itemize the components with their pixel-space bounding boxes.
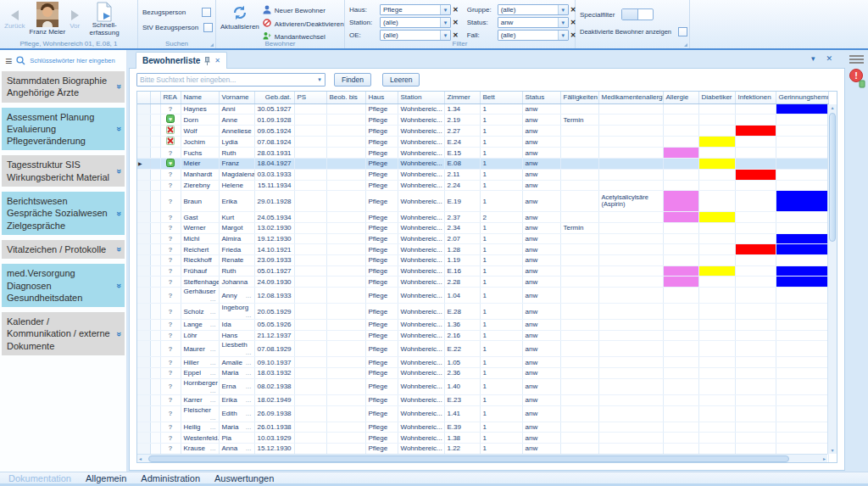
table-row[interactable]: ?ReichertFrieda14.10.1921PflegeWohnberei… — [137, 244, 828, 255]
table-row[interactable]: ?Gerhäuser...Anny...12.08.1933PflegeWohn… — [137, 288, 828, 304]
sidebar-search-input[interactable]: Schlüsselwörter hier eingeben — [30, 57, 114, 64]
filter-dropdown[interactable]: Pflege▾ — [380, 4, 451, 15]
forward-button[interactable]: Vor — [70, 2, 80, 37]
table-row[interactable]: ?Lange...Ida05.05.1926PflegeWohnbereic..… — [137, 320, 828, 331]
scroll-right-icon[interactable]: ▸ — [823, 455, 826, 462]
column-header-fälligkeiten[interactable]: Fälligkeiten — [560, 92, 598, 103]
new-resident-button[interactable]: Neuer Bewohner — [263, 5, 344, 16]
table-row[interactable]: ?BraunErika29.01.1928PflegeWohnbereic...… — [137, 191, 828, 212]
panel-dropdown-icon[interactable]: ▾ — [811, 54, 815, 63]
table-row[interactable]: ?HaynesAnni30.05.1927PflegeWohnbereic...… — [137, 103, 828, 115]
scroll-up-icon[interactable]: ▴ — [828, 104, 837, 111]
quick-entry-button[interactable]: Schnell-erfassung — [84, 2, 125, 37]
bezugsperson-checkbox[interactable] — [202, 8, 211, 17]
column-header-rea[interactable]: REA — [160, 92, 181, 103]
table-row[interactable]: ?Hornberger...Erna...08.02.1938PflegeWoh… — [137, 378, 828, 394]
table-row[interactable]: ?Fleischer...Edith...26.09.1938PflegeWoh… — [137, 405, 828, 422]
table-row[interactable]: ?Scholz...Ingeborg...20.05.1929PflegeWoh… — [137, 304, 828, 320]
refresh-button[interactable]: Aktualisieren — [220, 2, 259, 37]
table-row[interactable]: ?GastKurt24.05.1934PflegeWohnbereic...2.… — [137, 212, 828, 223]
sidebar-item[interactable]: Tagesstruktur SIS Wirkungsbericht Materi… — [2, 155, 125, 187]
group-expand-icon[interactable] — [210, 43, 214, 47]
filter-clear-icon[interactable]: ✕ — [453, 19, 459, 26]
footer-tab-allgemein[interactable]: Allgemein — [86, 473, 126, 483]
hamburger-menu-icon[interactable] — [849, 55, 864, 65]
footer-tab-auswertungen[interactable]: Auswertungen — [214, 473, 274, 483]
column-header-station[interactable]: Station — [398, 92, 444, 103]
column-header-geb-dat-[interactable]: Geb.dat. — [254, 92, 294, 103]
search-dropdown-icon[interactable]: ▾ — [314, 74, 325, 86]
table-row[interactable]: ?Hiller...Amalie...09.10.1937PflegeWohnb… — [137, 357, 828, 368]
filter-dropdown[interactable]: (alle)▾ — [498, 4, 569, 15]
table-row[interactable]: ?LöhrHans21.12.1937PflegeWohnbereic...2.… — [137, 330, 828, 341]
table-row[interactable]: ?Krause...Anna...15.12.1930PflegeWohnber… — [137, 443, 828, 454]
current-resident-button[interactable]: Franz Meier — [29, 2, 65, 36]
activate-deactivate-button[interactable]: Aktivieren/Deaktivieren — [263, 19, 344, 29]
column-header-diabetiker[interactable]: Diabetiker — [698, 92, 735, 103]
panel-close-icon[interactable]: ✕ — [826, 54, 832, 63]
scroll-left-icon[interactable]: ◂ — [139, 455, 142, 462]
filter-clear-icon[interactable]: ✕ — [453, 31, 459, 39]
find-button[interactable]: Finden — [334, 73, 371, 87]
table-row[interactable]: ?Heilig...Maria...26.01.1938PflegeWohnbe… — [137, 422, 828, 433]
table-row[interactable]: ?Westenfeld...Pia10.03.1929PflegeWohnber… — [137, 433, 828, 444]
table-row[interactable]: ?ZierebnyHelene15.11.1934PflegeWohnberei… — [137, 180, 828, 191]
alarm-status-icon[interactable]: ! — [849, 68, 865, 92]
horizontal-scrollbar[interactable]: ◂ ▸ — [137, 454, 827, 462]
column-header-haus[interactable]: Haus — [365, 92, 398, 103]
table-row[interactable]: ?RieckhoffRenate23.09.1933PflegeWohnbere… — [137, 255, 828, 266]
sidebar-item[interactable]: med.Versorgung Diagnosen Gesundheitsdate… — [2, 264, 125, 307]
clear-button[interactable]: Leeren — [382, 73, 420, 87]
table-row[interactable]: WolfAnneliese09.05.1924PflegeWohnbereic.… — [137, 126, 828, 137]
specialfilter-toggle[interactable] — [621, 8, 654, 20]
table-row[interactable]: ?Karrer...Erika...18.02.1949PflegeWohnbe… — [137, 394, 828, 405]
sidebar-item[interactable]: Vitalzeichen / Protokolle» — [2, 240, 125, 259]
group-expand-icon[interactable] — [684, 43, 687, 47]
footer-tab-dokumentation[interactable]: Dokumentation — [8, 473, 71, 483]
table-row[interactable]: ?ManhardtMagdalena03.03.1933PflegeWohnbe… — [137, 169, 828, 180]
dropdown-arrow-icon[interactable]: ▾ — [558, 5, 568, 14]
table-row[interactable]: JochimLydia07.08.1924PflegeWohnbereic...… — [137, 137, 828, 148]
filter-dropdown[interactable]: (alle)▾ — [380, 17, 451, 28]
vertical-scrollbar[interactable]: ▴ ▾ — [827, 104, 837, 454]
column-header-infektionen[interactable]: Infektionen — [735, 92, 776, 103]
column-header-beob-bis[interactable]: Beob. bis — [326, 92, 365, 103]
menu-icon[interactable]: ≡ — [5, 55, 12, 67]
stv-bezugsperson-checkbox[interactable] — [203, 23, 213, 32]
vertical-scroll-thumb[interactable] — [829, 113, 836, 242]
tab-bewohnerliste[interactable]: Bewohnerliste ✕ — [136, 52, 227, 69]
sidebar-item[interactable]: Assessment Planung Evaluierung Pflegever… — [2, 108, 125, 151]
table-row[interactable]: ♥DornAnne01.09.1928PflegeWohnbereic...2.… — [137, 115, 828, 126]
sidebar-item[interactable]: Stammdaten Biographie Angehörige Ärzte» — [2, 71, 125, 103]
table-row[interactable]: ?Maurer...Liesbeth...07.08.1929PflegeWoh… — [137, 341, 828, 357]
sidebar-item[interactable]: Kalender / Kommunikation / externe Dokum… — [2, 312, 125, 355]
scroll-down-icon[interactable]: ▾ — [828, 447, 837, 454]
dropdown-arrow-icon[interactable]: ▾ — [440, 18, 450, 27]
column-header-status[interactable]: Status — [522, 92, 560, 103]
back-button[interactable]: Zurück — [4, 2, 25, 37]
sidebar-item[interactable]: Berichtswesen Gespräche Sozialwesen Ziel… — [2, 192, 125, 235]
tab-close-icon[interactable]: ✕ — [214, 57, 220, 64]
column-header-name[interactable]: Name — [181, 92, 219, 103]
filter-clear-icon[interactable]: ✕ — [453, 6, 459, 14]
dropdown-arrow-icon[interactable]: ▾ — [440, 5, 450, 14]
table-row[interactable]: ▶♥MeierFranz18.04.1927PflegeWohnbereic..… — [137, 158, 828, 169]
dropdown-arrow-icon[interactable]: ▾ — [558, 31, 568, 40]
table-row[interactable]: ?MichlAlmira19.12.1930PflegeWohnbereic..… — [137, 233, 828, 244]
column-header-allergie[interactable]: Allergie — [663, 92, 698, 103]
dropdown-arrow-icon[interactable]: ▾ — [558, 18, 568, 27]
table-row[interactable]: ?Eppel...Maria...18.03.1932PflegeWohnber… — [137, 368, 828, 379]
horizontal-scroll-thumb[interactable] — [148, 455, 789, 462]
search-input[interactable] — [137, 74, 314, 86]
footer-tab-administration[interactable]: Administration — [141, 473, 200, 483]
table-row[interactable]: ?WernerMargot13.02.1930PflegeWohnbereic.… — [137, 222, 828, 233]
table-row[interactable]: ?SteffenhagenJohanna24.09.1930PflegeWohn… — [137, 277, 828, 288]
table-row[interactable]: ?FuchsRuth28.03.1931PflegeWohnbereic...E… — [137, 148, 828, 159]
dropdown-arrow-icon[interactable]: ▾ — [440, 31, 450, 40]
table-row[interactable]: ?FrühaufRuth05.01.1927PflegeWohnbereic..… — [137, 265, 828, 277]
column-header-gerinnungshemmer[interactable]: Gerinnungshemmer — [776, 92, 828, 103]
column-header-zimmer[interactable]: Zimmer — [444, 92, 480, 103]
pin-icon[interactable] — [204, 57, 210, 65]
filter-dropdown[interactable]: anw▾ — [498, 17, 569, 28]
column-header-medikamentenallergie[interactable]: Medikamentenallergie — [598, 92, 663, 103]
